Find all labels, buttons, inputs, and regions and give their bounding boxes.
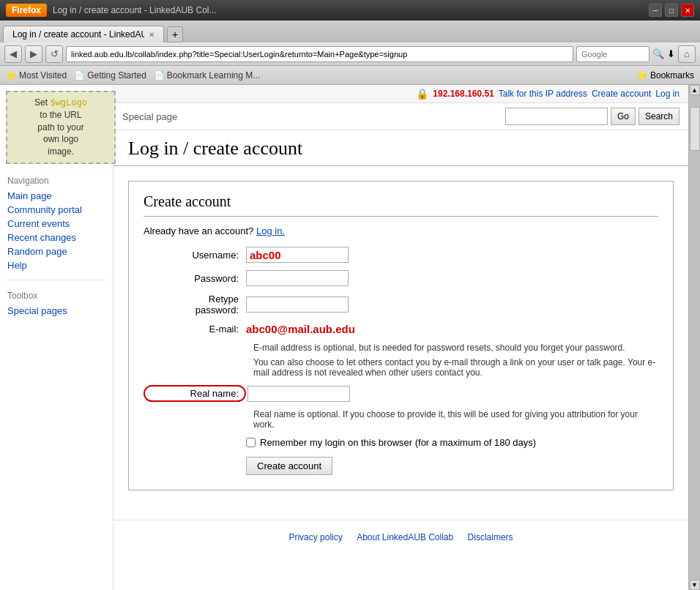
username-label: Username: <box>144 250 246 261</box>
home-button[interactable]: ⌂ <box>678 45 696 63</box>
sidebar-item-main-page[interactable]: Main page <box>7 189 105 203</box>
bookmarks-bar: ⭐ Most Visited 📄 Getting Started 📄 Bookm… <box>0 66 700 85</box>
star-icon: ⭐ <box>6 70 17 81</box>
email-value: abc00@mail.aub.edu <box>246 323 355 335</box>
download-icon[interactable]: ⬇ <box>667 48 675 59</box>
bookmark-getting-started[interactable]: 📄 Getting Started <box>74 70 146 81</box>
tab-bar: Log in / create account - LinkedAUB Col.… <box>0 20 700 42</box>
toolbox-heading: Toolbox <box>7 291 105 301</box>
email-note-1: E-mail address is optional, but is neede… <box>253 343 658 353</box>
remember-label: Remember my login on this browser (for a… <box>260 437 536 448</box>
retype-password-input[interactable] <box>246 296 349 313</box>
disclaimers-link[interactable]: Disclaimers <box>468 532 513 542</box>
privacy-policy-link[interactable]: Privacy policy <box>288 532 342 542</box>
reload-button[interactable]: ↺ <box>45 45 63 63</box>
sidebar: Set $wgLogo to the URLpath to yourown lo… <box>0 85 113 590</box>
search-box-area: Go Search <box>505 108 679 125</box>
scroll-down-button[interactable]: ▼ <box>690 580 700 590</box>
retype-password-row: Retypepassword: <box>144 294 658 315</box>
logo-placeholder-text: Set $wgLogo to the URLpath to yourown lo… <box>34 97 87 158</box>
firefox-logo: Firefox <box>6 4 47 17</box>
password-row: Password: <box>144 270 658 286</box>
create-account-header-link[interactable]: Create account <box>592 89 651 99</box>
username-input[interactable] <box>246 247 349 263</box>
toolbox-section: Toolbox Special pages <box>0 285 113 321</box>
page-icon: 📄 <box>74 70 85 81</box>
new-tab-button[interactable]: + <box>167 26 183 42</box>
talk-link[interactable]: Talk for this IP address <box>499 89 587 99</box>
address-bar[interactable] <box>66 46 573 62</box>
mediawiki-page: Set $wgLogo to the URLpath to yourown lo… <box>0 85 700 590</box>
tab-close-icon[interactable]: ✕ <box>149 31 154 39</box>
close-button[interactable]: ✕ <box>681 4 694 17</box>
page-icon-2: 📄 <box>154 70 165 81</box>
bookmarks-icon: ⭐ <box>636 70 647 81</box>
page-area: Set $wgLogo to the URLpath to yourown lo… <box>0 85 700 590</box>
ip-icon: 🔒 <box>416 88 428 100</box>
title-bar: Firefox Log in / create account - Linked… <box>0 0 700 20</box>
special-page-label: Special page <box>122 111 177 122</box>
maximize-button[interactable]: □ <box>665 4 678 17</box>
already-account-text: Already have an account? Log in. <box>144 225 658 236</box>
sidebar-item-special-pages[interactable]: Special pages <box>7 304 105 318</box>
navigation-heading: Navigation <box>7 176 105 186</box>
create-account-button[interactable]: Create account <box>246 457 332 475</box>
user-bar-right: 🔒 192.168.160.51 Talk for this IP addres… <box>416 88 679 100</box>
active-tab[interactable]: Log in / create account - LinkedAUB Col.… <box>3 26 164 42</box>
about-link[interactable]: About LinkedAUB Collab <box>357 532 453 542</box>
create-account-row: Create account <box>144 457 658 475</box>
real-name-input[interactable] <box>247 386 350 402</box>
page-title-area: Log in / create account <box>113 130 688 166</box>
main-content: 🔒 192.168.160.51 Talk for this IP addres… <box>113 85 688 590</box>
forward-button[interactable]: ▶ <box>25 45 42 63</box>
scroll-up-button[interactable]: ▲ <box>690 85 700 95</box>
browser-search-icon[interactable]: 🔍 <box>652 48 664 59</box>
email-label: E-mail: <box>144 324 246 335</box>
bookmarks-label-area: ⭐ Bookmarks <box>636 70 694 81</box>
sidebar-item-help[interactable]: Help <box>7 258 105 272</box>
password-input[interactable] <box>246 270 349 286</box>
scrollbar-track[interactable]: ▲ ▼ <box>688 85 700 590</box>
nav-right: 🔍 ⬇ ⌂ <box>576 45 696 63</box>
page-title: Log in / create account <box>128 138 674 160</box>
window-title: Log in / create account - LinkedAUB Col.… <box>53 5 216 15</box>
navigation-section: Navigation Main page Community portal Cu… <box>0 170 113 275</box>
form-title: Create account <box>144 193 658 217</box>
back-button[interactable]: ◀ <box>4 45 22 63</box>
email-row: E-mail: abc00@mail.aub.edu <box>144 323 658 335</box>
site-logo: Set $wgLogo to the URLpath to yourown lo… <box>6 91 116 164</box>
page-footer: Privacy policy About LinkedAUB Collab Di… <box>113 520 688 554</box>
sidebar-item-random-page[interactable]: Random page <box>7 244 105 258</box>
bookmark-learning[interactable]: 📄 Bookmark Learning M... <box>154 70 260 81</box>
remember-checkbox[interactable] <box>246 438 256 447</box>
login-header-link[interactable]: Log in <box>655 89 679 99</box>
user-bar: 🔒 192.168.160.51 Talk for this IP addres… <box>113 85 688 103</box>
browser-search-input[interactable] <box>576 46 649 62</box>
search-input[interactable] <box>505 108 608 125</box>
retype-password-label: Retypepassword: <box>144 294 246 315</box>
form-box: Create account Already have an account? … <box>128 181 674 490</box>
real-name-label: Real name: <box>144 385 246 402</box>
login-link[interactable]: Log in. <box>256 225 285 236</box>
search-button[interactable]: Search <box>638 108 679 125</box>
go-button[interactable]: Go <box>611 108 636 125</box>
remember-checkbox-row: Remember my login on this browser (for a… <box>246 437 658 448</box>
sidebar-item-current-events[interactable]: Current events <box>7 217 105 231</box>
email-note-2: You can also choose to let others contac… <box>253 357 658 378</box>
sidebar-item-community-portal[interactable]: Community portal <box>7 203 105 217</box>
bookmark-most-visited[interactable]: ⭐ Most Visited <box>6 70 67 81</box>
tab-title: Log in / create account - LinkedAUB Col.… <box>12 29 144 40</box>
sidebar-item-recent-changes[interactable]: Recent changes <box>7 231 105 244</box>
password-label: Password: <box>144 273 246 284</box>
content-header: Special page Go Search <box>113 103 688 130</box>
nav-bar: ◀ ▶ ↺ 🔍 ⬇ ⌂ <box>0 42 700 66</box>
ip-address: 192.168.160.51 <box>433 89 494 99</box>
real-name-row: Real name: <box>144 385 658 402</box>
window-controls: ─ □ ✕ <box>649 4 694 17</box>
real-name-note: Real name is optional. If you choose to … <box>253 409 658 430</box>
username-row: Username: <box>144 247 658 263</box>
form-area: Create account Already have an account? … <box>113 166 688 505</box>
sidebar-divider <box>7 280 105 280</box>
scroll-thumb[interactable] <box>690 107 700 151</box>
minimize-button[interactable]: ─ <box>649 4 662 17</box>
